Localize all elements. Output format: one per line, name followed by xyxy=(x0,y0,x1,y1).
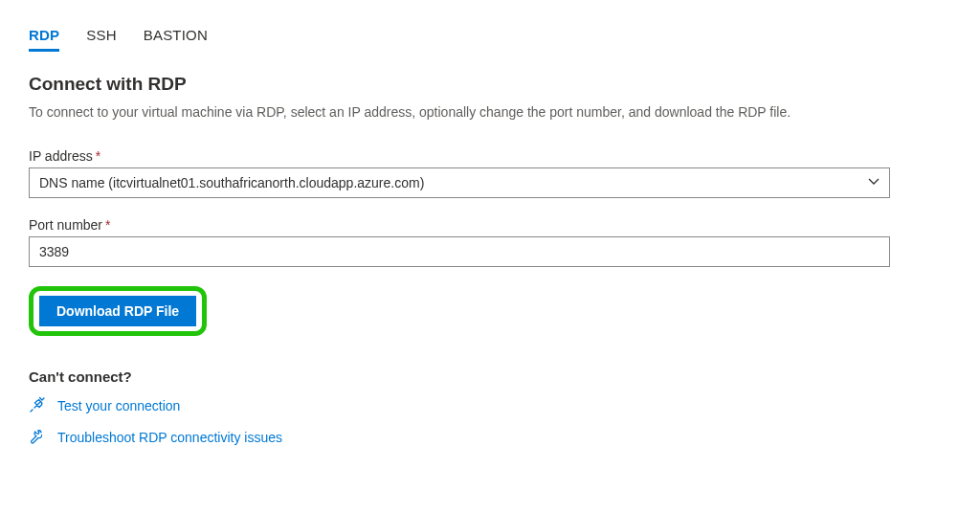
ip-address-select[interactable] xyxy=(29,167,890,198)
required-mark: * xyxy=(96,148,100,164)
page-title: Connect with RDP xyxy=(29,74,951,95)
ip-address-label-text: IP address xyxy=(29,148,93,164)
test-connection-row: Test your connection xyxy=(29,396,951,416)
plug-icon xyxy=(29,396,46,416)
download-rdp-button[interactable]: Download RDP File xyxy=(39,296,196,326)
port-number-field: Port number* xyxy=(29,217,951,267)
port-number-label-text: Port number xyxy=(29,217,102,233)
required-mark: * xyxy=(105,217,110,233)
ip-address-field: IP address* xyxy=(29,148,951,198)
port-number-input[interactable] xyxy=(29,236,890,267)
ip-address-select-wrap xyxy=(29,167,890,198)
port-number-label: Port number* xyxy=(29,217,951,233)
tab-rdp[interactable]: RDP xyxy=(29,27,59,52)
page-description: To connect to your virtual machine via R… xyxy=(29,102,890,123)
troubleshoot-link[interactable]: Troubleshoot RDP connectivity issues xyxy=(57,430,282,445)
tab-bastion[interactable]: BASTION xyxy=(144,27,208,52)
tab-ssh[interactable]: SSH xyxy=(86,27,116,52)
download-highlight: Download RDP File xyxy=(29,286,207,336)
connection-tabs: RDP SSH BASTION xyxy=(29,27,951,53)
wrench-icon xyxy=(29,428,46,448)
ip-address-label: IP address* xyxy=(29,148,951,164)
cant-connect-heading: Can't connect? xyxy=(29,368,951,385)
test-connection-link[interactable]: Test your connection xyxy=(57,398,180,413)
troubleshoot-row: Troubleshoot RDP connectivity issues xyxy=(29,428,951,448)
